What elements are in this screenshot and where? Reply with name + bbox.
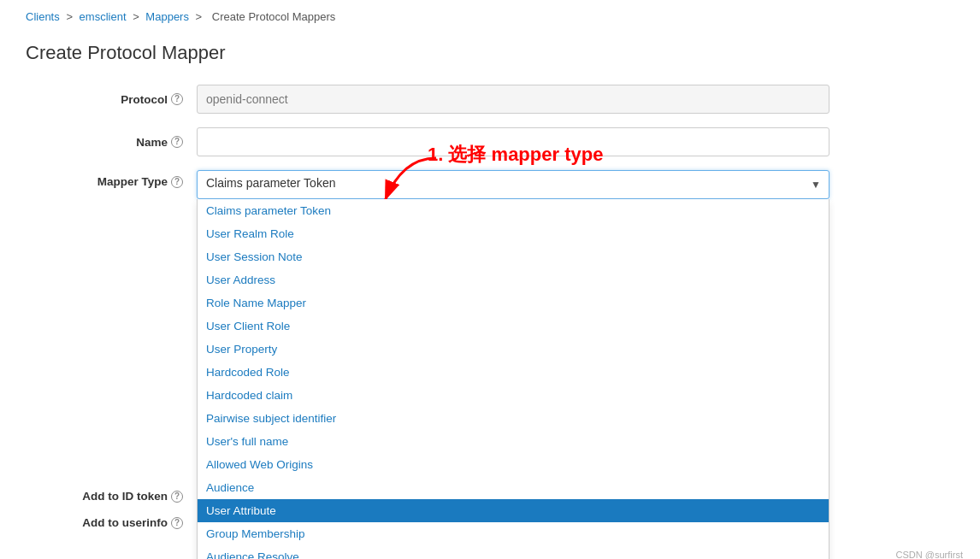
page-container: Create Protocol Mapper Protocol ? Name ?…: [0, 33, 980, 559]
breadcrumb-sep3: >: [196, 10, 203, 23]
name-label: Name ?: [26, 136, 197, 149]
breadcrumb-sep1: >: [66, 10, 73, 23]
breadcrumb-clients[interactable]: Clients: [26, 10, 60, 23]
dropdown-item[interactable]: User Address: [198, 268, 829, 291]
dropdown-item[interactable]: Pairwise subject identifier: [198, 407, 829, 430]
add-to-userinfo-label: Add to userinfo ?: [26, 516, 197, 529]
dropdown-item[interactable]: Claims parameter Token: [198, 199, 829, 222]
dropdown-item[interactable]: Audience Resolve: [198, 545, 829, 559]
mapper-type-label: Mapper Type ?: [26, 170, 197, 188]
breadcrumb-emsclient[interactable]: emsclient: [80, 10, 127, 23]
protocol-label: Protocol ?: [26, 93, 197, 106]
dropdown-item[interactable]: Hardcoded claim: [198, 384, 829, 407]
add-to-id-token-help-icon[interactable]: ?: [171, 491, 183, 503]
dropdown-item[interactable]: User Realm Role: [198, 222, 829, 245]
page-title: Create Protocol Mapper: [26, 42, 954, 64]
dropdown-item[interactable]: User Property: [198, 338, 829, 361]
breadcrumb-current: Create Protocol Mappers: [212, 10, 336, 23]
breadcrumb-sep2: >: [133, 10, 139, 23]
dropdown-item[interactable]: Audience: [198, 476, 829, 499]
dropdown-item[interactable]: Role Name Mapper: [198, 291, 829, 315]
mapper-type-field-group: Mapper Type ? Claims parameter Token ▼ C…: [26, 170, 954, 199]
protocol-help-icon[interactable]: ?: [171, 93, 183, 105]
protocol-input: [197, 85, 829, 114]
breadcrumb-mappers[interactable]: Mappers: [145, 10, 189, 23]
mapper-type-help-icon[interactable]: ?: [171, 176, 183, 188]
dropdown-item[interactable]: Hardcoded Role: [198, 361, 829, 384]
dropdown-item[interactable]: User's full name: [198, 430, 829, 453]
protocol-field-group: Protocol ?: [26, 85, 954, 114]
watermark: CSDN @surfirst: [896, 550, 963, 559]
name-field-group: Name ?: [26, 127, 954, 156]
add-to-id-token-label: Add to ID token ?: [26, 490, 197, 503]
add-to-userinfo-help-icon[interactable]: ?: [171, 517, 183, 529]
dropdown-item[interactable]: User Attribute: [198, 499, 829, 522]
name-help-icon[interactable]: ?: [171, 136, 183, 148]
dropdown-item[interactable]: User Session Note: [198, 245, 829, 268]
mapper-type-dropdown-wrapper[interactable]: Claims parameter Token ▼ Claims paramete…: [197, 170, 829, 199]
mapper-type-select[interactable]: Claims parameter Token: [197, 170, 829, 199]
breadcrumb: Clients > emsclient > Mappers > Create P…: [0, 0, 980, 33]
dropdown-item[interactable]: Group Membership: [198, 522, 829, 545]
name-input[interactable]: [197, 127, 829, 156]
dropdown-item[interactable]: Allowed Web Origins: [198, 453, 829, 476]
mapper-type-dropdown-list[interactable]: Claims parameter TokenUser Realm RoleUse…: [197, 199, 829, 559]
dropdown-item[interactable]: User Client Role: [198, 315, 829, 338]
